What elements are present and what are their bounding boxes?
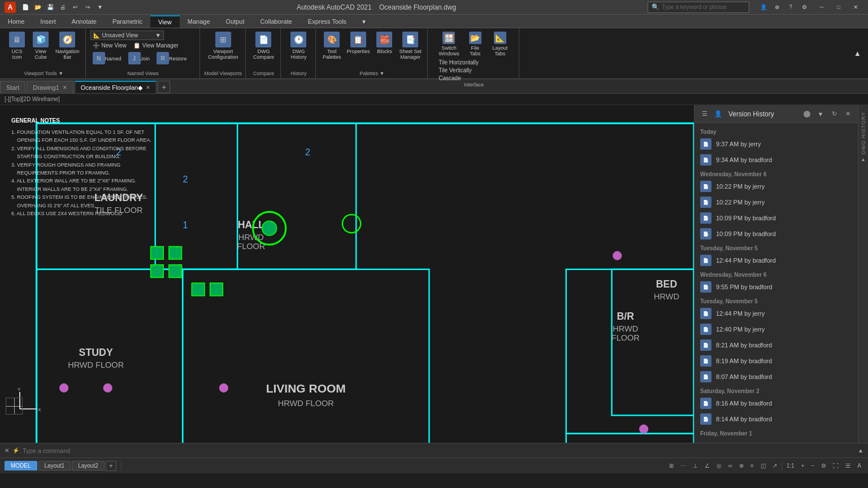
- tab-drawing1[interactable]: Drawing1 ✕: [27, 81, 73, 93]
- model-tab[interactable]: MODEL: [5, 461, 37, 470]
- qa-undo[interactable]: ↩: [70, 2, 80, 12]
- qa-open[interactable]: 📂: [33, 2, 43, 12]
- panel-user-btn[interactable]: 👤: [713, 108, 724, 120]
- file-tabs-btn[interactable]: 📂 FileTabs: [464, 30, 487, 58]
- minimize-btn[interactable]: ─: [814, 2, 830, 13]
- settings-btn[interactable]: ⚙: [819, 463, 828, 469]
- named-btn[interactable]: N Named: [90, 51, 124, 67]
- layout-tabs-btn[interactable]: 📐 LayoutTabs: [489, 30, 511, 58]
- panel-close-btn[interactable]: ✕: [842, 108, 853, 120]
- qa-save[interactable]: 💾: [45, 2, 55, 12]
- navigation-bar-btn[interactable]: 🧭 NavigationBar: [53, 30, 82, 61]
- dwg-history-btn[interactable]: 🕐 DWGHistory: [287, 30, 310, 61]
- transparency-btn[interactable]: ◫: [758, 463, 768, 469]
- workspace-btn[interactable]: ☰: [843, 463, 853, 469]
- tile-horizontal-btn[interactable]: Tile Horizontally: [436, 59, 481, 66]
- version-item[interactable]: 📄 8:21 AM by bradford: [695, 337, 858, 353]
- qa-redo[interactable]: ↪: [83, 2, 93, 12]
- blocks-btn[interactable]: 🧱 Blocks: [373, 30, 396, 55]
- version-item[interactable]: 📄 10:09 PM by bradford: [695, 210, 858, 226]
- panel-refresh-btn[interactable]: ↻: [828, 108, 840, 120]
- version-item[interactable]: 📄 8:07 AM by bradford: [695, 369, 858, 385]
- sheet-set-btn[interactable]: 📑 Sheet SetManager: [397, 30, 424, 61]
- dwg-compare-btn[interactable]: 📄 DWGCompare: [251, 30, 276, 61]
- tab-collaborate[interactable]: Collaborate: [253, 15, 300, 28]
- version-item[interactable]: 📄 12:40 PM by jerry: [695, 321, 858, 337]
- view-cube-btn[interactable]: 🧊 ViewCube: [29, 30, 52, 61]
- settings-icon[interactable]: ⚙: [799, 2, 809, 12]
- switch-windows-btn[interactable]: 🪟 SwitchWindows: [436, 30, 462, 58]
- annotate-scale-btn[interactable]: A: [855, 463, 863, 469]
- view-manager-btn[interactable]: 📋 View Manager: [131, 42, 181, 49]
- version-item[interactable]: 📄 9:37 AM by jerry: [695, 136, 858, 152]
- new-view-btn[interactable]: ➕ New View: [90, 42, 129, 49]
- tab-view[interactable]: View: [150, 15, 180, 28]
- user-icon[interactable]: 👤: [758, 2, 769, 12]
- add-layout-btn[interactable]: +: [106, 461, 116, 471]
- tab-express[interactable]: Express Tools: [300, 15, 354, 28]
- cascade-btn[interactable]: Cascade: [436, 75, 481, 82]
- viewport-config-btn[interactable]: ⊞ ViewportConfiguration: [206, 30, 241, 61]
- version-item[interactable]: 📄 9:55 PM by bradford: [695, 279, 858, 295]
- qa-plot[interactable]: 🖨: [58, 2, 68, 12]
- lineweight-btn[interactable]: ≡: [748, 463, 756, 469]
- version-item[interactable]: 📄 8:16 AM by bradford: [695, 395, 858, 411]
- select-btn[interactable]: ↗: [770, 463, 779, 469]
- collapse-ribbon-btn[interactable]: ▲: [852, 48, 863, 59]
- tab-home[interactable]: Home: [0, 15, 32, 28]
- view-dropdown[interactable]: 📐 Unsaved View ▼: [90, 30, 164, 40]
- snap-btn[interactable]: ⊞: [667, 463, 676, 469]
- command-input[interactable]: [23, 447, 854, 454]
- version-item[interactable]: 📄 10:22 PM by jerry: [695, 194, 858, 210]
- tab-floorplan[interactable]: Oceanside Floorplan◆ ✕: [75, 81, 157, 93]
- command-prev-btn[interactable]: ✕: [5, 447, 9, 454]
- version-item[interactable]: 📄 8:14 AM by bradford: [695, 411, 858, 427]
- close-drawing1[interactable]: ✕: [63, 85, 67, 90]
- sign-in-btn[interactable]: ⊕: [772, 2, 782, 12]
- tab-manage[interactable]: Manage: [180, 15, 218, 28]
- tab-start[interactable]: Start: [0, 81, 25, 93]
- search-box[interactable]: 🔍 Type a keyword or phrase: [648, 2, 749, 13]
- tab-parametric[interactable]: Parametric: [105, 15, 150, 28]
- version-item[interactable]: 📄 10:09 PM by bradford: [695, 226, 858, 242]
- layout1-tab[interactable]: Layout1: [38, 461, 71, 470]
- fullscreen-btn[interactable]: ⛶: [831, 463, 841, 469]
- version-item[interactable]: 📄 10:22 PM by jerry: [695, 178, 858, 194]
- zoom-in-btn[interactable]: +: [799, 463, 807, 469]
- otrack-btn[interactable]: ∞: [726, 463, 735, 469]
- tile-vertical-btn[interactable]: Tile Vertically: [436, 67, 481, 74]
- tab-annotate[interactable]: Annotate: [64, 15, 105, 28]
- qa-new[interactable]: 📄: [20, 2, 31, 12]
- tool-palettes-btn[interactable]: 🎨 ToolPalettes: [320, 30, 344, 61]
- tab-extra[interactable]: ▼: [357, 15, 371, 28]
- help-icon[interactable]: ?: [785, 2, 796, 12]
- compare-label: Compare: [253, 71, 274, 77]
- close-floorplan[interactable]: ✕: [146, 85, 150, 90]
- panel-filter-btn[interactable]: ▼: [815, 108, 826, 120]
- version-item[interactable]: 📄 9:34 AM by bradford: [695, 152, 858, 168]
- ucs-icon-btn[interactable]: 🖥 UCSIcon: [6, 30, 28, 61]
- grid-btn[interactable]: ⋯: [678, 463, 688, 469]
- ortho-btn[interactable]: ⊥: [691, 463, 700, 469]
- properties-btn[interactable]: 📋 Properties: [344, 30, 372, 55]
- join-btn[interactable]: J Join: [126, 51, 153, 67]
- polar-btn[interactable]: ∠: [702, 463, 712, 469]
- tab-insert[interactable]: Insert: [32, 15, 64, 28]
- maximize-btn[interactable]: □: [831, 2, 847, 13]
- version-item[interactable]: 📄 12:44 PM by bradford: [695, 252, 858, 268]
- add-tab-btn[interactable]: +: [158, 81, 170, 93]
- close-btn[interactable]: ✕: [848, 2, 863, 13]
- restore-btn[interactable]: R Restore: [154, 51, 189, 67]
- osnap-btn[interactable]: ◎: [714, 463, 724, 469]
- layout2-tab[interactable]: Layout2: [72, 461, 105, 470]
- ducs-btn[interactable]: ⊕: [737, 463, 746, 469]
- version-item[interactable]: 📄 8:19 AM by bradford: [695, 353, 858, 369]
- zoom-out-btn[interactable]: −: [809, 463, 817, 469]
- tab-output[interactable]: Output: [218, 15, 253, 28]
- command-expand-btn[interactable]: ▲: [858, 447, 863, 454]
- qa-dropdown[interactable]: ▼: [95, 2, 105, 12]
- version-item[interactable]: 📄 12:44 PM by jerry: [695, 306, 858, 321]
- strip-collapse-btn[interactable]: ▲: [859, 155, 868, 164]
- panel-list-view-btn[interactable]: ☰: [699, 108, 710, 120]
- drawing-area[interactable]: LAUNDRY TILE FLOOR HALL HRWD FLOOR STUDY…: [0, 105, 694, 443]
